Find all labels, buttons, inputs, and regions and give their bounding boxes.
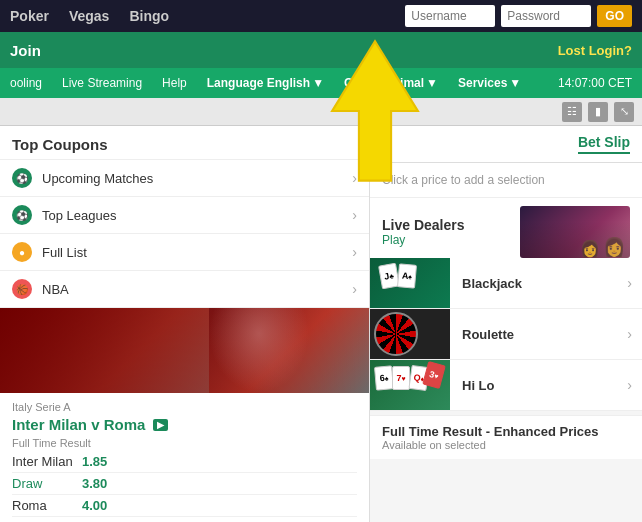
chart-icon[interactable]: ▮ [588,102,608,122]
left-sidebar: Top Coupons ⚽ Upcoming Matches › ⚽ Top L… [0,126,370,522]
hilo-arrow-icon: › [627,377,642,393]
circle-icon: ● [12,242,32,262]
arrow-icon-4: › [352,281,357,297]
blackjack-image: J♣ A♠ [370,258,450,308]
casino-item-blackjack[interactable]: J♣ A♠ Blackjack › [370,258,642,309]
time-display: 14:07:00 CET [548,76,642,90]
bet-slip-tab[interactable]: Bet Slip [578,134,630,154]
match-video-badge: ▶ [153,419,168,431]
hilo-image: 6♠ 7♥ Q♦ 3♥ [370,360,450,410]
casino-item-hilo[interactable]: 6♠ 7♥ Q♦ 3♥ Hi Lo › [370,360,642,411]
game-nav: Poker Vegas Bingo [10,8,169,24]
live-dealers-image: 👩 👩 [520,206,630,258]
arrow-icon-2: › [352,207,357,223]
arrow-icon-1: › [352,170,357,186]
join-button[interactable]: Join [10,42,41,59]
odds-row-3[interactable]: Roma 4.00 [12,495,357,517]
header-nav: Join Lost Login? [0,32,642,68]
poker-link[interactable]: Poker [10,8,49,24]
username-input[interactable] [405,5,495,27]
grid-icon[interactable]: ☷ [562,102,582,122]
live-dealers-title-area: Live Dealers Play [382,217,465,247]
enhanced-footer: Full Time Result - Enhanced Prices Avail… [370,415,642,459]
soccer-icon-2: ⚽ [12,205,32,225]
sidebar-item-full-list[interactable]: ● Full List › [0,234,369,271]
expand-icon[interactable]: ⤡ [614,102,634,122]
odds-row-2[interactable]: Draw 3.80 [12,473,357,495]
enhanced-title: Full Time Result - Enhanced Prices [382,424,630,439]
casino-item-roulette[interactable]: Roulette › [370,309,642,360]
match-title: Inter Milan v Roma ▶ [12,416,357,433]
main-layout: Top Coupons ⚽ Upcoming Matches › ⚽ Top L… [0,126,642,522]
lost-login-link[interactable]: Lost Login? [558,43,632,58]
password-input[interactable] [501,5,591,27]
result-type: Full Time Result [12,437,357,449]
match-info: Italy Serie A Inter Milan v Roma ▶ Full … [0,393,369,522]
odds-row-1[interactable]: Inter Milan 1.85 [12,451,357,473]
roulette-arrow-icon: › [627,326,642,342]
enhanced-subtitle: Available on selected [382,439,630,451]
featured-match-image [0,308,369,393]
basketball-icon: 🏀 [12,279,32,299]
header-top: Poker Vegas Bingo GO [0,0,642,32]
casino-items: J♣ A♠ Blackjack › Roulette › [370,258,642,411]
sidebar-item-nba[interactable]: 🏀 NBA › [0,271,369,308]
bet-slip-header: Bet Slip [370,126,642,163]
bet-slip-hint: Click a price to add a selection [370,163,642,198]
bingo-link[interactable]: Bingo [129,8,169,24]
league-name: Italy Serie A [12,401,357,413]
blackjack-arrow-icon: › [627,275,642,291]
soccer-icon-1: ⚽ [12,168,32,188]
nav-help[interactable]: Help [152,68,197,98]
live-dealers-play[interactable]: Play [382,233,465,247]
vegas-link[interactable]: Vegas [69,8,109,24]
sidebar-title: Top Coupons [0,126,369,160]
nav-language[interactable]: Language English ▼ [197,68,334,98]
nav-services[interactable]: Services ▼ [448,68,531,98]
nav-live-streaming[interactable]: Live Streaming [52,68,152,98]
nav-odds[interactable]: Odds Decimal ▼ [334,68,448,98]
live-dealers-section: Live Dealers Play 👩 👩 J♣ [370,198,642,411]
live-dealers-title: Live Dealers [382,217,465,233]
go-button[interactable]: GO [597,5,632,27]
toolbar: ☷ ▮ ⤡ [0,98,642,126]
arrow-icon-3: › [352,244,357,260]
live-dealers-header: Live Dealers Play 👩 👩 [370,198,642,258]
second-nav: ooling Live Streaming Help Language Engl… [0,68,642,98]
video-icon: ▶ [157,420,164,430]
sidebar-item-upcoming-matches[interactable]: ⚽ Upcoming Matches › [0,160,369,197]
roulette-image [370,309,450,359]
nav-pooling[interactable]: ooling [0,68,52,98]
login-area: GO [405,5,632,27]
sidebar-item-top-leagues[interactable]: ⚽ Top Leagues › [0,197,369,234]
right-panel: Bet Slip Click a price to add a selectio… [370,126,642,522]
time-area: 14:07:00 CET [548,68,642,98]
